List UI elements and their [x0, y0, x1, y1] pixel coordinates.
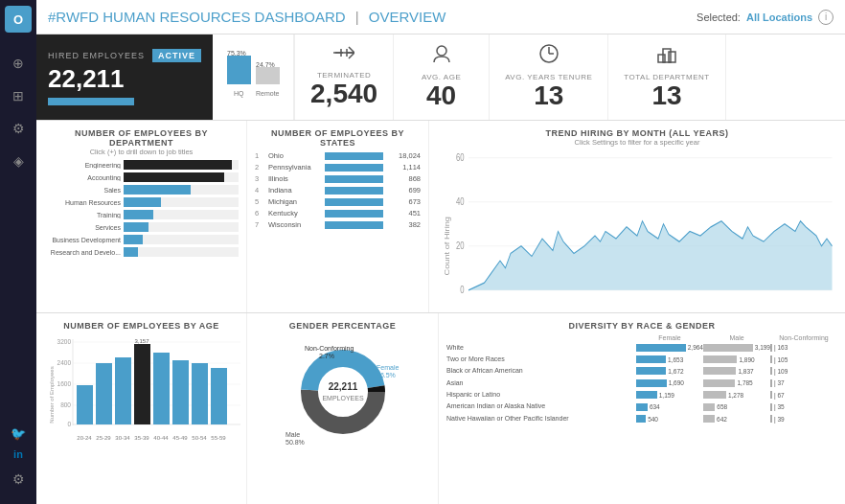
sidebar: O ⊕ ⊞ ⚙ ◈ 🐦 in ⚙: [0, 0, 36, 504]
age-chart: NUMBER OF EMPLOYEES BY AGE 3200 2400 160…: [36, 313, 247, 505]
state-row: 5 Michigan 673: [255, 197, 421, 206]
diversity-header-row: Female Male Non-Conforming: [446, 334, 837, 341]
svg-text:3200: 3200: [57, 337, 72, 344]
state-num: 1: [255, 151, 264, 160]
dept-bar-fill: [124, 160, 232, 170]
dept-row: Business Development: [44, 235, 239, 244]
svg-text:2008: 2008: [588, 296, 603, 297]
diversity-row: White 2,964 3,199 | 163: [446, 344, 837, 352]
hired-employees-card: HIRED EMPLOYEES ACTIVE 22,211: [36, 34, 213, 120]
gender-chart-title: GENDER PERCENTAGE: [255, 321, 430, 331]
selected-label: Selected:: [697, 11, 741, 23]
nc-bar: [770, 415, 772, 423]
svg-rect-7: [669, 52, 675, 62]
male-cell: 1,890: [703, 355, 770, 363]
diversity-row: Native Hawaiian or Other Pacific Islande…: [446, 415, 837, 423]
female-bar: [636, 367, 666, 375]
dept-name: Business Development: [44, 237, 121, 243]
sidebar-icon-diamond[interactable]: ◈: [10, 149, 28, 172]
terminated-value: 2,540: [310, 80, 377, 109]
active-bar: [48, 98, 134, 105]
gender-donut-area: 22,211 EMPLOYEES Male 50.8% Female 46.5%…: [255, 334, 430, 451]
gender-chart: GENDER PERCENTAGE: [247, 313, 439, 505]
sidebar-icon-home[interactable]: ⊕: [9, 52, 28, 75]
sidebar-icon-grid[interactable]: ⊞: [9, 84, 28, 107]
nc-cell: | 163: [770, 344, 837, 352]
state-bar: [325, 152, 383, 160]
state-bar: [325, 175, 383, 183]
diversity-rows: White 2,964 3,199 | 163 Two or More Race…: [446, 344, 837, 424]
dept-name: Engineering: [44, 162, 121, 169]
dept-chart-title: NUMBER OF EMPLOYEES BY DEPARTMENT: [44, 128, 239, 148]
male-bar: [703, 391, 726, 399]
state-row: 3 Illinois 868: [255, 174, 421, 183]
female-pct-label: Female: [377, 363, 399, 370]
dept-row: Training: [44, 210, 239, 219]
dept-name: Training: [44, 212, 121, 218]
male-cell: 1,278: [703, 391, 770, 399]
div-female-header: Female: [636, 334, 703, 341]
dept-bars: Engineering Accounting Sales Human Resou…: [44, 160, 239, 257]
selected-value: All Locations: [746, 11, 812, 23]
dept-name: Accounting: [44, 174, 121, 181]
hq-pct-label: 75.3%: [227, 51, 246, 57]
remote-bar: [256, 67, 280, 84]
avg-tenure-icon: [538, 43, 560, 69]
state-value: 673: [387, 197, 421, 206]
sidebar-bottom-gear-icon[interactable]: ⚙: [9, 468, 29, 491]
male-cell: 658: [703, 403, 770, 411]
svg-text:0: 0: [460, 284, 464, 294]
svg-text:2018: 2018: [799, 296, 813, 297]
dept-chart-subtitle: Click (+) to drill down to job titles: [44, 148, 239, 156]
race-label: White: [446, 344, 636, 352]
male-pct-label: Male: [285, 430, 300, 437]
app-logo[interactable]: O: [5, 6, 32, 33]
male-cell: 642: [703, 415, 770, 423]
state-name: Pennsylvania: [268, 163, 321, 172]
states-chart-title: NUMBER OF EMPLOYEES BY STATES: [255, 128, 421, 148]
svg-text:Count of Hiring: Count of Hiring: [444, 217, 450, 275]
dept-bar-fill: [124, 235, 143, 244]
remote-pct-label: 24.7%: [256, 61, 275, 68]
dept-bar-fill: [124, 247, 138, 257]
diversity-chart: DIVERSITY BY RACE & GENDER Female Male N…: [439, 313, 845, 505]
male-val: 1,837: [738, 368, 753, 375]
female-val: 1,653: [668, 356, 683, 363]
state-name: Kentucky: [268, 209, 321, 218]
age-bar-55-59: [211, 368, 227, 424]
female-pct-val: 46.5%: [377, 371, 396, 378]
states-chart: NUMBER OF EMPLOYEES BY STATES 1 Ohio 18,…: [247, 121, 429, 312]
sidebar-icon-settings[interactable]: ⚙: [9, 117, 29, 140]
svg-text:20-24: 20-24: [77, 434, 92, 439]
female-bar: [636, 379, 667, 387]
trend-svg: 60 40 20 0 Count of Hiring 2003 2008 201…: [437, 150, 837, 298]
state-num: 3: [255, 174, 264, 183]
main-content: #RWFD HUMAN RESOURCES DASHBOARD | OVERVI…: [36, 0, 845, 504]
diversity-row: Asian 1,690 1,785 | 37: [446, 379, 837, 387]
state-row: 4 Indiana 699: [255, 186, 421, 195]
state-value: 18,024: [387, 151, 421, 160]
male-bar: [703, 403, 715, 411]
dept-name: Sales: [44, 187, 121, 194]
state-bar: [325, 198, 383, 206]
sidebar-twitter-icon[interactable]: 🐦: [11, 426, 26, 441]
bottom-section: NUMBER OF EMPLOYEES BY AGE 3200 2400 160…: [36, 313, 845, 505]
race-label: American Indian or Alaska Native: [446, 402, 636, 410]
sidebar-linkedin-icon[interactable]: in: [13, 448, 23, 460]
svg-text:2003: 2003: [483, 296, 497, 297]
dept-name: Services: [44, 224, 121, 231]
svg-text:40: 40: [456, 195, 465, 206]
info-icon[interactable]: i: [818, 10, 834, 25]
race-label: Two or More Races: [446, 355, 636, 363]
nc-cell: | 37: [770, 379, 837, 387]
hq-bar: [227, 56, 251, 84]
dept-name: Human Resources: [44, 199, 121, 206]
nc-bar: [770, 391, 772, 399]
dept-row: Human Resources: [44, 197, 239, 207]
div-race-header: [446, 334, 636, 341]
male-bar: [703, 379, 735, 387]
svg-text:50-54: 50-54: [192, 434, 207, 439]
remote-label: Remote: [256, 90, 280, 97]
title-main: #RWFD HUMAN RESOURCES DASHBOARD: [48, 9, 346, 25]
state-name: Wisconsin: [268, 220, 321, 229]
